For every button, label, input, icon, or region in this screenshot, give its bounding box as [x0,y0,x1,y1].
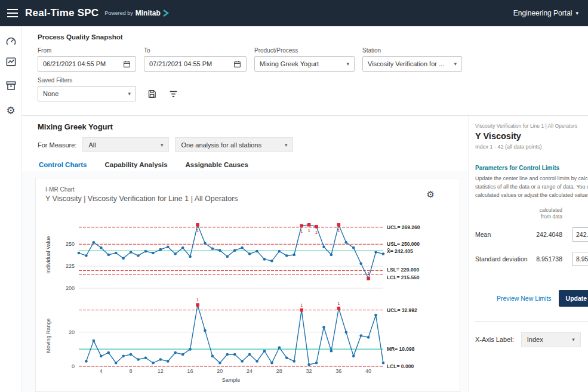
chevron-down-icon: ▾ [161,142,164,148]
filter-icon [169,89,178,98]
minitab-brand: Minitab [136,9,161,17]
product-value: Mixing Greek Yogurt [260,60,319,67]
svg-text:40: 40 [365,368,371,374]
portal-label: Engineering Portal [513,9,572,17]
product-select[interactable]: Mixing Greek Yogurt ▾ [254,56,355,72]
svg-text:Individual Value: Individual Value [45,236,51,274]
svg-text:1: 1 [196,298,199,302]
gear-icon: ⚙ [6,106,15,116]
sidebar-item-charts[interactable] [3,54,19,69]
chart-card: I-MR Chart Y Viscosity | Viscosity Verif… [35,178,460,392]
analysis-title: Mixing Greek Yogurt [38,122,469,131]
mean-calculated-value: 242.4048 [535,231,562,238]
measure-select[interactable]: All ▾ [82,137,169,152]
mean-input[interactable] [572,227,588,242]
manage-filters-button[interactable] [167,88,179,100]
x-axis-row: X-Axis Label: Index ▾ [475,332,588,347]
station-value: Viscosity Verification for ... [368,60,444,67]
svg-text:1: 1 [196,229,199,233]
from-field: From 06/21/2021 04:55 PM [38,47,136,72]
analysis-mode-value: One analysis for all stations [181,141,261,149]
saved-filters-label: Saved Filters [38,77,136,84]
imr-chart-svg: 200225250UCL= 269.260USL= 250.000X̄= 242… [43,209,449,388]
calendar-icon [123,60,131,68]
gear-icon: ⚙ [427,189,435,199]
calendar-icon [233,60,241,68]
sidebar-item-settings[interactable]: ⚙ [3,103,19,118]
chart-icon [5,56,17,67]
svg-text:MR= 10.098: MR= 10.098 [387,346,415,352]
archive-box-icon [5,80,17,91]
sidebar-item-dashboard[interactable] [3,33,19,49]
svg-text:200: 200 [66,285,75,291]
x-axis-label: X-Axis Label: [475,336,514,343]
params-title: Parameters for Control Limits [475,165,588,171]
station-label: Station [362,47,462,54]
chevron-down-icon: ▾ [346,61,349,67]
to-field: To 07/21/2021 04:55 PM [144,47,247,72]
section-title: Process Quality Snapshot [38,33,588,41]
from-date-value: 06/21/2021 04:55 PM [43,60,106,67]
chevron-down-icon: ▾ [572,337,575,342]
powered-by: Powered by Minitab [104,9,169,17]
filters-section: Process Quality Snapshot From 06/21/2021… [22,26,588,115]
chart-type-label: I-MR Chart [45,186,450,193]
details-subtitle: Viscosity Verification for Line 1 | All … [475,123,588,129]
svg-text:X̄= 242.405: X̄= 242.405 [387,248,413,254]
svg-text:1: 1 [300,229,303,233]
limits-actions: Preview New Limits Update Control Limits [497,290,588,307]
save-icon [147,89,156,98]
stdev-label: Standard deviation [475,255,535,263]
x-axis-value: Index [527,336,543,343]
svg-text:0: 0 [72,363,75,369]
svg-text:1: 1 [337,301,340,305]
saved-filters-row: Saved Filters None ▾ [38,77,588,101]
chevron-down-icon: ▾ [575,10,578,16]
svg-text:16: 16 [187,368,193,374]
svg-text:20: 20 [217,368,223,374]
to-date-input[interactable]: 07/21/2021 04:55 PM [144,56,247,72]
from-date-input[interactable]: 06/21/2021 04:55 PM [38,56,136,72]
sidebar: ⚙ [0,26,22,392]
for-measure-label: For Measure: [38,141,76,149]
svg-text:LCL= 215.550: LCL= 215.550 [387,274,420,280]
saved-filters-select[interactable]: None ▾ [38,86,136,101]
svg-text:32: 32 [306,368,312,374]
hamburger-icon [7,9,18,17]
svg-text:1: 1 [337,229,340,233]
svg-text:1: 1 [308,229,310,233]
product-label: Product/Process [254,47,355,54]
svg-text:8: 8 [130,368,133,374]
calculated-from-data-header: calculated from data [475,207,562,220]
chart-settings-button[interactable]: ⚙ [427,190,435,199]
to-label: To [144,47,247,54]
station-select[interactable]: Viscosity Verification for ... ▾ [362,56,462,72]
svg-text:225: 225 [66,263,75,269]
to-date-value: 07/21/2021 04:55 PM [149,60,212,67]
analysis-mode-select[interactable]: One analysis for all stations ▾ [175,137,293,152]
gauge-icon [5,36,17,47]
svg-text:USL= 250.000: USL= 250.000 [387,241,420,247]
measure-value: All [88,141,96,149]
powered-by-prefix: Powered by [104,10,133,16]
menu-button[interactable] [0,0,25,26]
portal-selector[interactable]: Engineering Portal ▾ [513,9,578,17]
update-control-limits-button[interactable]: Update Control Limits [559,290,588,307]
stdev-input[interactable] [572,252,588,266]
svg-text:20: 20 [69,329,75,335]
chevron-down-icon: ▾ [454,61,457,67]
sidebar-item-products[interactable] [3,78,19,93]
details-title: Y Viscosity [475,131,588,141]
analysis-section: Mixing Greek Yogurt For Measure: All ▾ O… [22,115,469,392]
svg-text:UCL= 32.992: UCL= 32.992 [387,307,417,313]
from-label: From [38,47,136,54]
station-field: Station Viscosity Verification for ... ▾ [362,47,462,72]
svg-text:28: 28 [276,368,282,374]
preview-new-limits-link[interactable]: Preview New Limits [497,295,552,302]
app-title: Real-Time SPC [25,7,98,19]
x-axis-select[interactable]: Index ▾ [521,332,581,347]
svg-text:LSL= 220.000: LSL= 220.000 [387,267,419,273]
save-filter-button[interactable] [146,88,158,100]
chevron-down-icon: ▾ [128,91,131,97]
stdev-row: Standard deviation 8.951738 [475,252,588,266]
